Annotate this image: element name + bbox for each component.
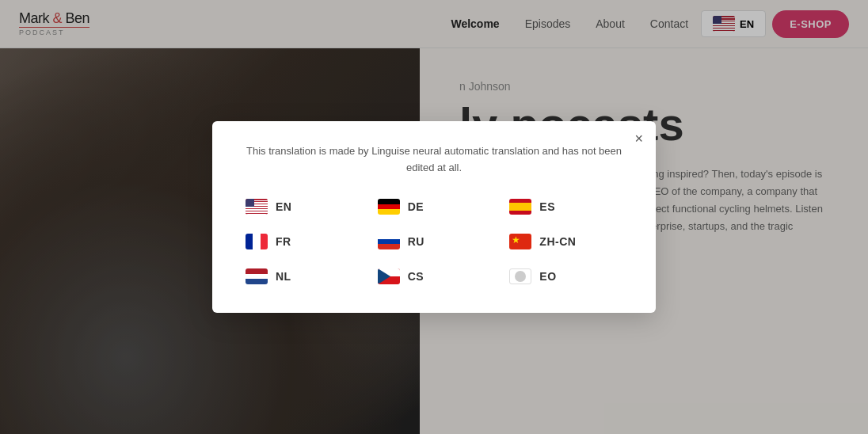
lang-item-en[interactable]: EN bbox=[241, 196, 364, 218]
lang-item-eo[interactable]: EO bbox=[504, 265, 627, 287]
flag-zh-icon bbox=[509, 234, 531, 249]
flag-eo-icon bbox=[509, 268, 531, 284]
lang-item-cs[interactable]: CS bbox=[373, 265, 496, 287]
lang-item-ru[interactable]: RU bbox=[373, 230, 496, 253]
flag-cs-icon bbox=[378, 268, 400, 284]
lang-label-nl: NL bbox=[276, 270, 291, 283]
language-grid: EN DE ES FR RU ZH-CN bbox=[241, 196, 627, 287]
flag-en-icon bbox=[246, 199, 268, 215]
lang-label-ru: RU bbox=[408, 235, 424, 248]
modal-close-button[interactable]: × bbox=[634, 131, 643, 147]
modal-overlay[interactable]: × This translation is made by Linguise n… bbox=[0, 0, 868, 434]
flag-es-icon bbox=[509, 199, 531, 215]
lang-label-fr: FR bbox=[276, 235, 291, 248]
lang-label-en: EN bbox=[276, 200, 291, 213]
lang-label-cs: CS bbox=[408, 270, 424, 283]
flag-de-icon bbox=[378, 199, 400, 215]
lang-item-zh[interactable]: ZH-CN bbox=[504, 230, 627, 253]
lang-item-nl[interactable]: NL bbox=[241, 265, 364, 287]
lang-item-de[interactable]: DE bbox=[373, 196, 496, 218]
flag-fr-icon bbox=[246, 234, 268, 249]
lang-label-de: DE bbox=[408, 200, 424, 213]
lang-label-es: ES bbox=[539, 200, 555, 213]
lang-label-zh: ZH-CN bbox=[539, 235, 576, 248]
lang-item-fr[interactable]: FR bbox=[241, 230, 364, 253]
lang-label-eo: EO bbox=[539, 270, 556, 283]
lang-item-es[interactable]: ES bbox=[504, 196, 627, 218]
flag-nl-icon bbox=[246, 268, 268, 284]
flag-ru-icon bbox=[378, 234, 400, 249]
language-modal: × This translation is made by Linguise n… bbox=[212, 121, 656, 313]
modal-description: This translation is made by Linguise neu… bbox=[241, 143, 627, 177]
